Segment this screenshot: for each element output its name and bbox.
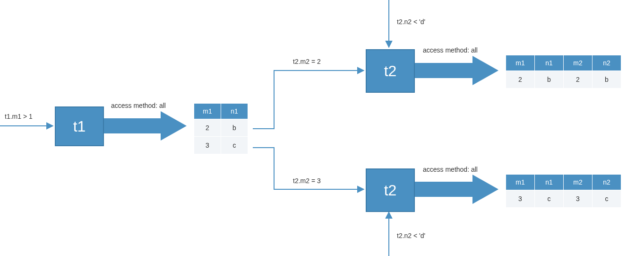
- t2bot-h0: m1: [506, 175, 535, 190]
- node-t2-top-label: t2: [384, 62, 397, 80]
- t2bot-h1: n1: [535, 175, 564, 190]
- node-t2-bot-label: t2: [384, 182, 397, 199]
- node-t2-bot: t2: [366, 168, 415, 212]
- t1out-h1: n1: [221, 104, 248, 119]
- t2bot-method-label: access method: all: [423, 166, 478, 173]
- t1-method-label: access method: all: [111, 102, 166, 109]
- t2top-h2: m2: [564, 55, 592, 71]
- t2top-h1: n1: [535, 55, 564, 71]
- table-row: 2 b 2 b: [506, 71, 621, 88]
- t2top-h3: n2: [592, 55, 621, 71]
- t1out-h0: m1: [194, 104, 221, 119]
- t1-output-table: m1 n1 2 b 3 c: [194, 103, 248, 154]
- svg-marker-1: [104, 111, 187, 141]
- t2bot-h3: n2: [592, 175, 621, 190]
- t2top-output-table: m1 n1 m2 n2 2 b 2 b: [506, 55, 621, 88]
- diagram-canvas: t1 t1.m1 > 1 access method: all m1 n1 2 …: [0, 0, 644, 256]
- t2bot-h2: m2: [564, 175, 592, 190]
- svg-marker-4: [415, 56, 498, 85]
- t1-filter-label: t1.m1 > 1: [5, 113, 33, 120]
- t2bot-filterV-label: t2.n2 < 'd': [397, 232, 425, 239]
- t2bot-filterH-label: t2.m2 = 3: [293, 177, 321, 185]
- table-row: 2 b: [194, 119, 248, 137]
- t2top-method-label: access method: all: [423, 46, 478, 54]
- node-t2-top: t2: [366, 49, 415, 93]
- t2top-h0: m1: [506, 55, 535, 71]
- svg-marker-5: [415, 175, 498, 204]
- node-t1-label: t1: [73, 118, 86, 135]
- node-t1: t1: [55, 106, 104, 146]
- t2top-filterV-label: t2.n2 < 'd': [397, 18, 425, 26]
- t2top-filterH-label: t2.m2 = 2: [293, 58, 321, 65]
- table-row: 3 c 3 c: [506, 190, 621, 208]
- table-row: 3 c: [194, 137, 248, 154]
- t2bot-output-table: m1 n1 m2 n2 3 c 3 c: [506, 174, 621, 208]
